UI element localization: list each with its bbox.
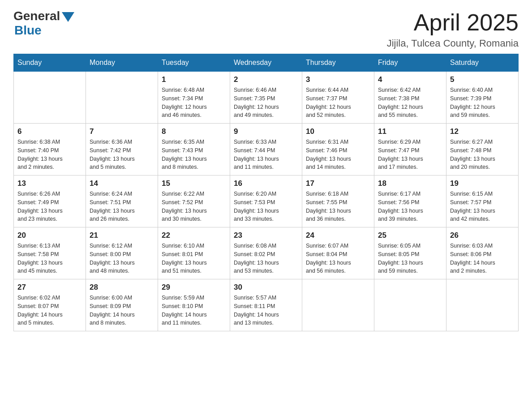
calendar-cell: 3Sunrise: 6:44 AMSunset: 7:37 PMDaylight… xyxy=(302,72,374,124)
day-number: 2 xyxy=(234,75,298,84)
weekday-header-tuesday: Tuesday xyxy=(158,54,230,72)
day-number: 11 xyxy=(378,127,442,136)
day-info: Sunrise: 6:31 AMSunset: 7:46 PMDaylight:… xyxy=(306,138,370,171)
calendar-cell: 13Sunrise: 6:26 AMSunset: 7:49 PMDayligh… xyxy=(14,176,86,227)
weekday-header-friday: Friday xyxy=(374,54,446,72)
day-info: Sunrise: 6:15 AMSunset: 7:57 PMDaylight:… xyxy=(450,190,515,223)
day-number: 22 xyxy=(162,231,226,240)
day-info: Sunrise: 6:17 AMSunset: 7:56 PMDaylight:… xyxy=(378,190,442,223)
day-number: 13 xyxy=(17,179,82,188)
day-info: Sunrise: 6:35 AMSunset: 7:43 PMDaylight:… xyxy=(162,138,226,171)
day-info: Sunrise: 6:42 AMSunset: 7:38 PMDaylight:… xyxy=(378,86,442,120)
day-info: Sunrise: 5:57 AMSunset: 8:11 PMDaylight:… xyxy=(234,294,298,327)
day-number: 26 xyxy=(450,231,515,240)
calendar-cell: 15Sunrise: 6:22 AMSunset: 7:52 PMDayligh… xyxy=(158,176,230,227)
day-info: Sunrise: 6:44 AMSunset: 7:37 PMDaylight:… xyxy=(306,86,370,120)
weekday-header-thursday: Thursday xyxy=(302,54,374,72)
calendar-cell: 18Sunrise: 6:17 AMSunset: 7:56 PMDayligh… xyxy=(374,176,446,227)
day-info: Sunrise: 6:08 AMSunset: 8:02 PMDaylight:… xyxy=(234,242,298,275)
day-number: 17 xyxy=(306,179,370,188)
day-number: 7 xyxy=(90,127,154,136)
calendar-cell: 10Sunrise: 6:31 AMSunset: 7:46 PMDayligh… xyxy=(302,124,374,176)
page-header: General Blue April 2025 Jijila, Tulcea C… xyxy=(13,9,519,49)
month-title: April 2025 xyxy=(387,9,519,36)
day-number: 12 xyxy=(450,127,515,136)
day-number: 24 xyxy=(306,231,370,240)
calendar-cell xyxy=(446,279,519,331)
day-number: 5 xyxy=(450,75,515,84)
calendar-cell: 22Sunrise: 6:10 AMSunset: 8:01 PMDayligh… xyxy=(158,227,230,279)
calendar-cell: 24Sunrise: 6:07 AMSunset: 8:04 PMDayligh… xyxy=(302,227,374,279)
day-info: Sunrise: 6:27 AMSunset: 7:48 PMDaylight:… xyxy=(450,138,515,171)
calendar-cell: 17Sunrise: 6:18 AMSunset: 7:55 PMDayligh… xyxy=(302,176,374,227)
logo-general-text: General xyxy=(13,9,60,23)
weekday-header-wednesday: Wednesday xyxy=(230,54,302,72)
day-number: 4 xyxy=(378,75,442,84)
day-number: 16 xyxy=(234,179,298,188)
calendar-cell: 25Sunrise: 6:05 AMSunset: 8:05 PMDayligh… xyxy=(374,227,446,279)
calendar-cell: 23Sunrise: 6:08 AMSunset: 8:02 PMDayligh… xyxy=(230,227,302,279)
logo-blue-text: Blue xyxy=(14,23,42,38)
calendar-cell: 6Sunrise: 6:38 AMSunset: 7:40 PMDaylight… xyxy=(14,124,86,176)
calendar-cell: 26Sunrise: 6:03 AMSunset: 8:06 PMDayligh… xyxy=(446,227,519,279)
day-number: 23 xyxy=(234,231,298,240)
weekday-header-saturday: Saturday xyxy=(446,54,519,72)
calendar-cell: 27Sunrise: 6:02 AMSunset: 8:07 PMDayligh… xyxy=(14,279,86,331)
calendar-week-row: 13Sunrise: 6:26 AMSunset: 7:49 PMDayligh… xyxy=(14,176,519,227)
day-number: 19 xyxy=(450,179,515,188)
day-number: 25 xyxy=(378,231,442,240)
day-info: Sunrise: 6:05 AMSunset: 8:05 PMDaylight:… xyxy=(378,242,442,275)
day-number: 30 xyxy=(234,283,298,292)
day-info: Sunrise: 6:26 AMSunset: 7:49 PMDaylight:… xyxy=(17,190,82,223)
day-number: 10 xyxy=(306,127,370,136)
day-info: Sunrise: 6:03 AMSunset: 8:06 PMDaylight:… xyxy=(450,242,515,275)
calendar-cell: 16Sunrise: 6:20 AMSunset: 7:53 PMDayligh… xyxy=(230,176,302,227)
day-number: 14 xyxy=(90,179,154,188)
day-info: Sunrise: 6:12 AMSunset: 8:00 PMDaylight:… xyxy=(90,242,154,275)
calendar-cell: 1Sunrise: 6:48 AMSunset: 7:34 PMDaylight… xyxy=(158,72,230,124)
calendar-cell: 2Sunrise: 6:46 AMSunset: 7:35 PMDaylight… xyxy=(230,72,302,124)
day-info: Sunrise: 6:38 AMSunset: 7:40 PMDaylight:… xyxy=(17,138,82,171)
day-number: 9 xyxy=(234,127,298,136)
calendar-cell: 5Sunrise: 6:40 AMSunset: 7:39 PMDaylight… xyxy=(446,72,519,124)
calendar-cell: 14Sunrise: 6:24 AMSunset: 7:51 PMDayligh… xyxy=(86,176,158,227)
calendar-cell: 30Sunrise: 5:57 AMSunset: 8:11 PMDayligh… xyxy=(230,279,302,331)
calendar-cell: 8Sunrise: 6:35 AMSunset: 7:43 PMDaylight… xyxy=(158,124,230,176)
day-number: 15 xyxy=(162,179,226,188)
day-info: Sunrise: 6:07 AMSunset: 8:04 PMDaylight:… xyxy=(306,242,370,275)
calendar-cell: 9Sunrise: 6:33 AMSunset: 7:44 PMDaylight… xyxy=(230,124,302,176)
calendar-cell: 12Sunrise: 6:27 AMSunset: 7:48 PMDayligh… xyxy=(446,124,519,176)
day-number: 21 xyxy=(90,231,154,240)
title-section: April 2025 Jijila, Tulcea County, Romani… xyxy=(387,9,519,49)
day-info: Sunrise: 6:02 AMSunset: 8:07 PMDaylight:… xyxy=(17,294,82,327)
calendar-week-row: 20Sunrise: 6:13 AMSunset: 7:58 PMDayligh… xyxy=(14,227,519,279)
day-number: 20 xyxy=(17,231,82,240)
weekday-header-row: SundayMondayTuesdayWednesdayThursdayFrid… xyxy=(14,54,519,72)
calendar-table: SundayMondayTuesdayWednesdayThursdayFrid… xyxy=(13,54,519,331)
day-number: 28 xyxy=(90,283,154,292)
calendar-cell xyxy=(374,279,446,331)
calendar-cell: 29Sunrise: 5:59 AMSunset: 8:10 PMDayligh… xyxy=(158,279,230,331)
location-title: Jijila, Tulcea County, Romania xyxy=(387,38,519,49)
calendar-cell: 19Sunrise: 6:15 AMSunset: 7:57 PMDayligh… xyxy=(446,176,519,227)
calendar-week-row: 1Sunrise: 6:48 AMSunset: 7:34 PMDaylight… xyxy=(14,72,519,124)
calendar-cell xyxy=(302,279,374,331)
day-info: Sunrise: 6:18 AMSunset: 7:55 PMDaylight:… xyxy=(306,190,370,223)
day-number: 18 xyxy=(378,179,442,188)
calendar-week-row: 6Sunrise: 6:38 AMSunset: 7:40 PMDaylight… xyxy=(14,124,519,176)
calendar-week-row: 27Sunrise: 6:02 AMSunset: 8:07 PMDayligh… xyxy=(14,279,519,331)
day-info: Sunrise: 6:29 AMSunset: 7:47 PMDaylight:… xyxy=(378,138,442,171)
calendar-cell: 21Sunrise: 6:12 AMSunset: 8:00 PMDayligh… xyxy=(86,227,158,279)
day-number: 1 xyxy=(162,75,226,84)
day-number: 29 xyxy=(162,283,226,292)
day-info: Sunrise: 6:46 AMSunset: 7:35 PMDaylight:… xyxy=(234,86,298,120)
calendar-cell: 7Sunrise: 6:36 AMSunset: 7:42 PMDaylight… xyxy=(86,124,158,176)
calendar-cell: 4Sunrise: 6:42 AMSunset: 7:38 PMDaylight… xyxy=(374,72,446,124)
day-number: 3 xyxy=(306,75,370,84)
day-info: Sunrise: 6:33 AMSunset: 7:44 PMDaylight:… xyxy=(234,138,298,171)
day-info: Sunrise: 6:40 AMSunset: 7:39 PMDaylight:… xyxy=(450,86,515,120)
day-number: 6 xyxy=(17,127,82,136)
weekday-header-sunday: Sunday xyxy=(14,54,86,72)
day-info: Sunrise: 6:22 AMSunset: 7:52 PMDaylight:… xyxy=(162,190,226,223)
day-info: Sunrise: 6:10 AMSunset: 8:01 PMDaylight:… xyxy=(162,242,226,275)
